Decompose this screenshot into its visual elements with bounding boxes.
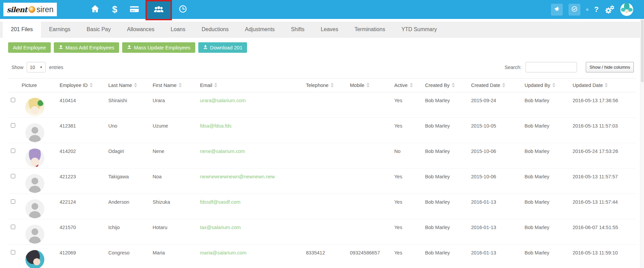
nav-employees[interactable]	[146, 0, 172, 20]
app-logo[interactable]: silent siren	[3, 3, 57, 16]
megaphone-icon	[554, 6, 560, 13]
add-employee-label: Add Employee	[13, 45, 46, 50]
email-link[interactable]: newnewnewnewn@newnewn.new	[200, 174, 275, 179]
caret-down-icon: ▼	[40, 66, 43, 69]
column-header-select	[8, 79, 22, 92]
row-checkbox[interactable]	[11, 199, 15, 204]
column-header-employee-id[interactable]: Employee ID	[60, 79, 108, 92]
download-201-button[interactable]: Download 201	[198, 42, 247, 53]
column-header-telephone[interactable]: Telephone	[306, 79, 350, 92]
row-checkbox[interactable]	[11, 149, 15, 153]
row-checkbox[interactable]	[11, 225, 15, 229]
cell-created-date: 2015-10-06	[471, 143, 525, 169]
sort-icon	[214, 83, 217, 87]
cell-updated-date: 2016-05-13 11:59:10	[573, 245, 636, 268]
row-checkbox[interactable]	[11, 174, 15, 178]
tab-terminations[interactable]: Terminations	[346, 22, 393, 37]
cell-active: Yes	[394, 245, 425, 268]
tab-loans[interactable]: Loans	[162, 22, 194, 37]
row-checkbox[interactable]	[11, 250, 15, 254]
user-avatar[interactable]	[620, 3, 633, 16]
tab-adjustments[interactable]: Adjustments	[237, 22, 283, 37]
email-link[interactable]: fdsa@fdsa.fds	[200, 123, 231, 129]
cell-first-name: Hotaru	[153, 219, 200, 245]
row-checkbox[interactable]	[11, 98, 15, 102]
email-link[interactable]: maria@salarium.com	[200, 250, 246, 255]
table-header-row: Picture Employee ID Last Name First Name…	[8, 79, 636, 92]
cell-active: No	[394, 143, 425, 169]
cell-mobile: 09324586657	[350, 245, 394, 268]
announcements-button[interactable]	[551, 4, 563, 16]
logo-text-silent: silent	[7, 5, 27, 14]
column-header-created-date[interactable]: Created Date	[471, 79, 525, 92]
cell-first-name: Uzume	[153, 118, 200, 143]
cell-updated-date: 2016-05-13 11:57:57	[573, 169, 636, 194]
email-link[interactable]: fdssdf@sasdf.com	[200, 199, 240, 205]
tab-basic-pay[interactable]: Basic Pay	[79, 22, 119, 37]
cell-first-name: Maria	[153, 245, 200, 268]
upload-icon	[59, 45, 63, 50]
column-header-last-name[interactable]: Last Name	[108, 79, 153, 92]
logo-text-siren: siren	[37, 5, 53, 14]
home-icon	[91, 5, 99, 14]
entries-select[interactable]: 10 ▼	[27, 62, 46, 72]
settings-gears-icon[interactable]	[604, 5, 615, 14]
column-header-created-by[interactable]: Created By	[425, 79, 471, 92]
mass-update-employees-button[interactable]: Mass Update Employees	[122, 42, 195, 53]
email-link[interactable]: nene@salarium.com	[200, 149, 245, 154]
table-row: 412069 Congreso Maria maria@salarium.com…	[8, 245, 636, 268]
tab-deductions[interactable]: Deductions	[194, 22, 237, 37]
person-silhouette-icon	[25, 174, 44, 193]
cell-created-date: 2016-01-13	[471, 219, 525, 245]
search-controls: Search: Show / hide columns	[505, 62, 634, 72]
tab-201-files[interactable]: 201 Files	[3, 22, 41, 38]
nav-payroll[interactable]: $	[106, 0, 123, 19]
cell-created-by: Bob Marley	[425, 143, 471, 169]
cell-telephone	[306, 219, 350, 245]
mass-add-employees-button[interactable]: Mass Add Employees	[54, 42, 119, 53]
cell-mobile	[350, 169, 394, 194]
cell-telephone	[306, 194, 350, 219]
cell-active: Yes	[394, 92, 425, 118]
table-row: 414202 Odagiri Nene nene@salarium.com No…	[8, 143, 636, 169]
cell-active: Yes	[394, 169, 425, 194]
approvals-button[interactable]	[569, 4, 580, 16]
cell-created-by: Bob Marley	[425, 92, 471, 118]
column-header-updated-by[interactable]: Updated By	[525, 79, 573, 92]
column-header-mobile[interactable]: Mobile	[350, 79, 394, 92]
vertical-scrollbar[interactable]	[640, 19, 644, 268]
add-employee-button[interactable]: Add Employee	[8, 42, 51, 53]
email-link[interactable]: tax@salarium.com	[200, 225, 241, 230]
show-hide-columns-button[interactable]: Show / hide columns	[586, 62, 634, 72]
nav-home[interactable]	[87, 0, 104, 19]
cell-employee-id: 421223	[60, 169, 108, 194]
email-link[interactable]: urara@salarium.com	[200, 98, 246, 103]
tab-leaves[interactable]: Leaves	[313, 22, 347, 37]
cell-last-name: Takigawa	[108, 169, 153, 194]
row-checkbox[interactable]	[11, 123, 15, 128]
column-header-updated-date[interactable]: Updated Date	[573, 79, 636, 92]
column-header-active[interactable]: Active	[394, 79, 425, 92]
entries-value: 10	[30, 65, 35, 70]
search-input[interactable]	[526, 62, 577, 72]
tab-allowances[interactable]: Allowances	[119, 22, 162, 37]
nav-time[interactable]	[175, 0, 192, 19]
cell-employee-id: 414202	[60, 143, 108, 169]
nav-payments[interactable]	[126, 0, 143, 19]
cell-updated-by: Bob Marley	[525, 92, 573, 118]
cell-telephone	[306, 92, 350, 118]
cell-updated-by: Bob Marley	[525, 194, 573, 219]
scrollbar-thumb[interactable]	[641, 20, 644, 82]
tab-ytd-summary[interactable]: YTD Summary	[393, 22, 445, 37]
column-header-first-name[interactable]: First Name	[153, 79, 200, 92]
tab-earnings[interactable]: Earnings	[41, 22, 79, 37]
column-header-email[interactable]: Email	[200, 79, 306, 92]
show-label: Show	[12, 65, 23, 70]
cell-active: Yes	[394, 194, 425, 219]
help-icon[interactable]: ?	[594, 5, 599, 14]
tab-shifts[interactable]: Shifts	[283, 22, 313, 37]
cell-mobile	[350, 143, 394, 169]
cell-employee-id: 421570	[60, 219, 108, 245]
sort-icon	[179, 83, 182, 87]
table-row: 422124 Anderson Shizuka fdssdf@sasdf.com…	[8, 194, 636, 219]
